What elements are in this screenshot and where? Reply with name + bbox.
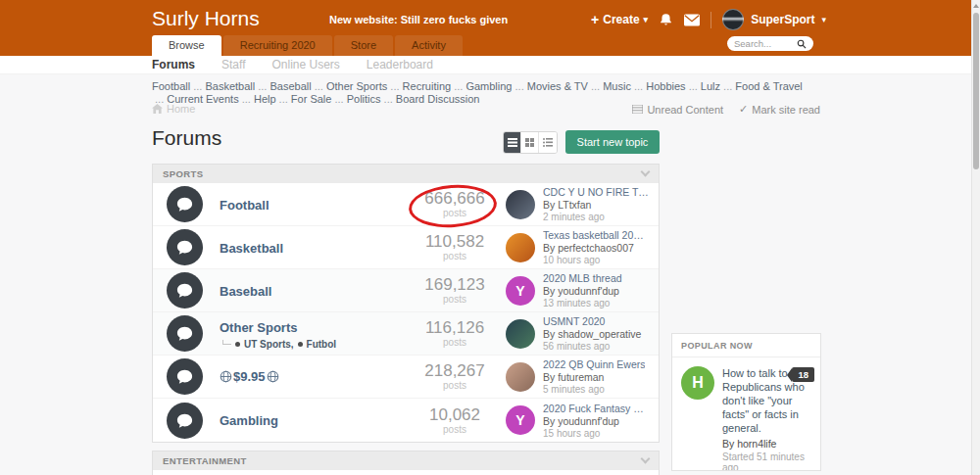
last-post-time[interactable]: 10 hours ago	[543, 255, 649, 265]
last-post-title[interactable]: CDC Y U NO FIRE TOM HERMAN...	[543, 186, 649, 198]
messages-envelope-icon[interactable]	[684, 14, 700, 26]
search-icon[interactable]	[797, 39, 807, 49]
popular-topic-item[interactable]: H How to talk to Republicans who don't l…	[672, 357, 820, 471]
view-grid-button[interactable]	[521, 132, 539, 153]
last-post-author[interactable]: By futureman	[543, 371, 645, 383]
last-post-title[interactable]: 2020 Fuck Fantasy Football	[543, 403, 649, 414]
last-post-title[interactable]: USMNT 2020	[543, 315, 641, 327]
notifications-bell-icon[interactable]	[659, 13, 673, 27]
forum-row-football[interactable]: Football 666,666 posts CDC Y U NO FIRE T…	[153, 183, 659, 226]
view-rows-button[interactable]	[504, 132, 521, 153]
last-post-title[interactable]: 2022 QB Quinn Ewers	[543, 358, 645, 370]
latest-post: USMNT 2020 By shadow_operative 56 minute…	[506, 315, 651, 352]
search-input[interactable]	[734, 38, 797, 49]
tab-activity[interactable]: Activity	[395, 35, 463, 56]
avatar[interactable]: Y	[506, 405, 535, 435]
link-separator: ...	[190, 80, 205, 92]
forum-stats: 116,126 posts	[408, 319, 502, 348]
category-link[interactable]: Gambling	[466, 80, 512, 92]
section-header-entertainment[interactable]: ENTERTAINMENT	[153, 451, 659, 470]
forum-link-football[interactable]: Football	[220, 198, 270, 213]
forum-link-other-sports[interactable]: Other Sports	[220, 320, 297, 335]
collapse-chevron-icon[interactable]	[641, 167, 651, 177]
category-link[interactable]: Food & Travel	[735, 80, 802, 92]
unread-content-link[interactable]: Unread Content	[632, 104, 723, 116]
section-title: SPORTS	[163, 168, 203, 179]
last-post-time[interactable]: 5 minutes ago	[543, 384, 645, 395]
last-post-time[interactable]: 13 minutes ago	[543, 298, 622, 309]
subnav-online-users[interactable]: Online Users	[271, 58, 339, 71]
category-link[interactable]: Politics	[347, 93, 381, 105]
last-post-title[interactable]: 2020 MLB thread	[543, 272, 622, 284]
page-scrollbar[interactable]	[971, 0, 980, 475]
forum-row-baseball[interactable]: Baseball 169,123 posts Y 2020 MLB thread…	[153, 269, 659, 312]
scrollbar-up-arrow-icon[interactable]	[973, 4, 979, 8]
forum-stats: 218,267 posts	[408, 362, 502, 391]
avatar[interactable]	[506, 319, 535, 349]
user-menu[interactable]: SuperSport ▾	[722, 9, 826, 30]
unread-content-label: Unread Content	[647, 104, 723, 116]
subnav-staff[interactable]: Staff	[221, 58, 245, 71]
announcement-banner: New website: Still zero fucks given	[329, 14, 508, 25]
last-post-author[interactable]: By youdunnf'dup	[543, 285, 622, 297]
avatar[interactable]: H	[681, 366, 714, 400]
category-link[interactable]: Football	[152, 80, 190, 92]
last-post-author[interactable]: By perfectchaos007	[543, 242, 649, 254]
last-post-author[interactable]: By shadow_operative	[543, 328, 641, 340]
category-link[interactable]: Hobbies	[646, 80, 685, 92]
category-link[interactable]: Basketball	[205, 80, 255, 92]
breadcrumb[interactable]: Home	[152, 103, 195, 115]
avatar[interactable]	[506, 362, 535, 392]
category-link[interactable]: Other Sports	[326, 80, 387, 92]
last-post-author[interactable]: By youdunnf'dup	[543, 415, 649, 427]
forum-page: Surly Horns New website: Still zero fuck…	[0, 0, 980, 475]
chevron-down-icon: ▾	[821, 15, 826, 24]
category-link[interactable]: Recruiting	[403, 80, 452, 92]
category-link[interactable]: For Sale	[291, 93, 332, 105]
section-header-sports[interactable]: SPORTS	[153, 165, 659, 183]
post-count: 110,582	[408, 233, 502, 251]
avatar[interactable]	[506, 190, 535, 219]
user-avatar	[722, 9, 744, 30]
last-post-author[interactable]: By LTtxfan	[543, 199, 649, 211]
forum-row-other-sports[interactable]: Other Sports UT Sports, Futbol 116,126 p…	[153, 312, 659, 356]
forum-link-gambling[interactable]: Gambling	[220, 413, 278, 428]
last-post-time[interactable]: 2 minutes ago	[543, 212, 649, 222]
breadcrumb-home[interactable]: Home	[167, 103, 195, 115]
view-list-button[interactable]	[539, 132, 557, 153]
last-post-title[interactable]: Texas basketball 2020-21: ...	[543, 229, 649, 241]
last-post-time[interactable]: 56 minutes ago	[543, 341, 641, 352]
site-title[interactable]: Surly Horns	[152, 7, 260, 30]
post-count: 169,123	[408, 276, 502, 294]
topic-author[interactable]: By horn4life	[722, 438, 811, 450]
category-link[interactable]: Board Discussion	[396, 93, 480, 105]
subnav-leaderboard[interactable]: Leaderboard	[367, 58, 433, 71]
avatar[interactable]	[506, 233, 535, 262]
tab-browse[interactable]: Browse	[152, 35, 221, 56]
start-new-topic-button[interactable]: Start new topic	[565, 130, 660, 154]
subnav-forums[interactable]: Forums	[152, 58, 195, 71]
subforum-link-futbol[interactable]: Futbol	[307, 339, 337, 350]
scrollbar-thumb[interactable]	[973, 13, 979, 169]
create-button[interactable]: + Create ▾	[591, 12, 648, 27]
forum-link-baseball[interactable]: Baseball	[220, 284, 271, 299]
collapse-chevron-icon[interactable]	[641, 454, 651, 464]
mark-site-read-link[interactable]: ✓ Mark site read	[739, 103, 820, 116]
subforum-link-ut-sports[interactable]: UT Sports,	[244, 339, 294, 350]
last-post-time[interactable]: 15 hours ago	[543, 428, 649, 439]
tab-store[interactable]: Store	[334, 35, 393, 56]
category-link[interactable]: Movies & TV	[527, 80, 588, 92]
forum-link-basketball[interactable]: Basketball	[220, 241, 283, 256]
subforum-elbow-icon	[222, 340, 231, 345]
avatar[interactable]: Y	[506, 276, 535, 306]
category-link[interactable]: Help	[254, 93, 276, 105]
forum-row-gambling[interactable]: Gambling 10,062 posts Y 2020 Fuck Fantas…	[153, 399, 659, 442]
replies-badge[interactable]: 18	[792, 367, 814, 382]
forum-row-recruiting-995[interactable]: $9.95 218,267 posts 2022 QB Quinn Ewers …	[153, 356, 659, 399]
category-link[interactable]: Lulz	[701, 80, 720, 92]
forum-row-basketball[interactable]: Basketball 110,582 posts Texas basketbal…	[153, 226, 659, 269]
category-link[interactable]: Baseball	[270, 80, 311, 92]
category-link[interactable]: Music	[603, 80, 631, 92]
tab-recruiting-2020[interactable]: Recruiting 2020	[223, 35, 332, 56]
forum-link-995[interactable]: $9.95	[233, 369, 266, 384]
